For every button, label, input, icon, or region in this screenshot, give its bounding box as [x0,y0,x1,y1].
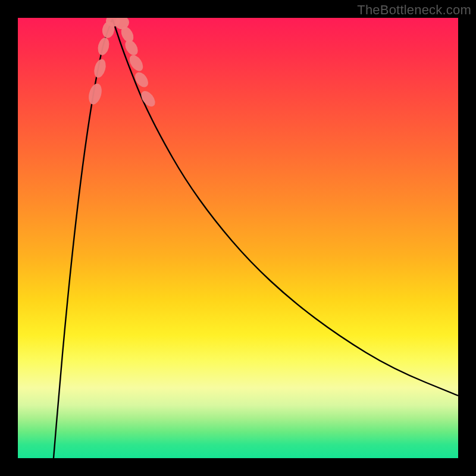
marker-group [86,18,158,109]
marker-point [86,82,104,106]
marker-point [96,36,111,56]
watermark-text: TheBottleneck.com [357,2,471,18]
left-branch-line [54,19,112,458]
marker-point [92,58,108,79]
curve-svg [18,18,458,458]
marker-point [132,70,151,89]
marker-point [127,53,146,74]
chart-frame: TheBottleneck.com [0,0,476,476]
marker-point [139,89,158,109]
plot-area [18,18,458,458]
right-branch-line [112,19,458,396]
